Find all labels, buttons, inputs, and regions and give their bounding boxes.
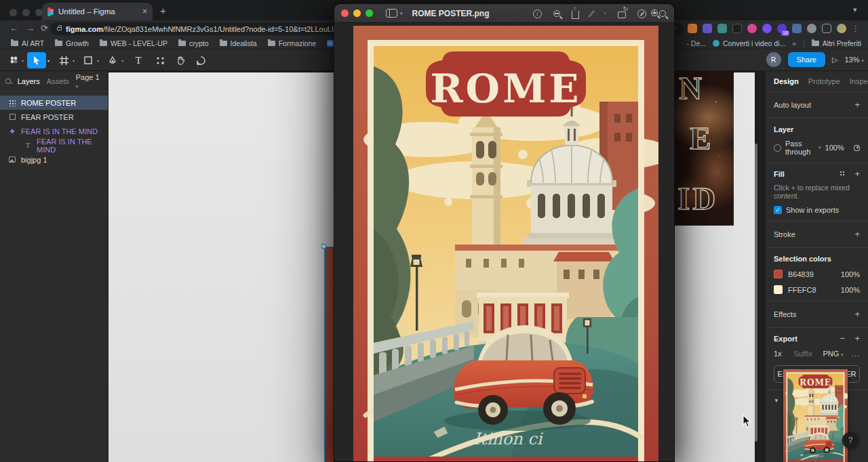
add-stroke-icon[interactable]: +: [854, 229, 860, 239]
user-avatar[interactable]: R: [766, 52, 781, 67]
canvas-scrollbar[interactable]: [755, 144, 757, 442]
preview-window[interactable]: ▾ ROME POSTER.png i ▾: [334, 3, 675, 462]
export-scale[interactable]: 1x: [774, 350, 782, 358]
bookmark-item[interactable]: Converti i video di...: [713, 39, 785, 47]
minimize-window-icon[interactable]: [22, 9, 30, 16]
bookmark-item[interactable]: - De...: [686, 39, 706, 47]
add-fill-icon[interactable]: +: [854, 169, 860, 179]
visibility-eye-icon[interactable]: [854, 145, 860, 151]
forward-icon[interactable]: →: [26, 23, 35, 33]
info-icon[interactable]: i: [533, 9, 542, 18]
remove-export-icon[interactable]: −: [840, 333, 845, 343]
minimize-window-icon[interactable]: [353, 9, 361, 17]
resources-tool-icon[interactable]: [151, 52, 170, 68]
selection-color-row[interactable]: B64839 100%: [774, 270, 860, 278]
new-tab-button[interactable]: +: [160, 5, 166, 16]
add-effect-icon[interactable]: +: [854, 309, 860, 319]
move-tool-icon[interactable]: [27, 52, 46, 68]
extension-icon[interactable]: [703, 24, 712, 33]
comment-tool-icon[interactable]: [191, 52, 210, 68]
extension-icon[interactable]: [792, 24, 802, 33]
bookmark-item[interactable]: AI ART: [11, 39, 44, 47]
tab-inspect[interactable]: Inspect: [850, 77, 868, 85]
add-export-icon[interactable]: +: [854, 333, 860, 343]
browser-menu-icon[interactable]: ⋮: [852, 24, 860, 33]
shape-tool-icon[interactable]: [79, 52, 98, 68]
color-swatch[interactable]: [774, 285, 783, 294]
add-auto-layout-icon[interactable]: +: [854, 100, 860, 110]
side-panel-icon[interactable]: [822, 24, 831, 33]
blend-mode-value[interactable]: Pass through: [785, 140, 814, 156]
tab-prototype[interactable]: Prototype: [808, 77, 840, 85]
tab-design[interactable]: Design: [774, 77, 799, 85]
tab-layers[interactable]: Layers: [18, 77, 40, 85]
back-icon[interactable]: ←: [9, 23, 18, 33]
close-window-icon[interactable]: [341, 9, 349, 17]
extension-icon[interactable]: [688, 24, 697, 33]
tab-assets[interactable]: Assets: [47, 77, 69, 85]
layer-row-fear-poster[interactable]: FEAR POSTER: [0, 110, 108, 124]
zoom-level-dropdown[interactable]: 13% ▾: [844, 56, 864, 64]
styles-grid-icon[interactable]: [840, 171, 845, 176]
highlight-pen-icon[interactable]: [588, 10, 595, 18]
fear-poster-canvas-object[interactable]: N E ID: [675, 71, 734, 226]
rotate-icon[interactable]: [618, 12, 626, 18]
browser-tab[interactable]: Untitled – Figma ×: [42, 3, 153, 20]
zoom-window-icon[interactable]: [366, 9, 373, 17]
puzzle-extensions-icon[interactable]: [807, 24, 816, 33]
highlight-chevron-icon[interactable]: ▾: [604, 11, 606, 16]
reload-icon[interactable]: ⟳: [41, 23, 48, 33]
preview-collapse-icon[interactable]: ▼: [774, 398, 779, 404]
search-icon[interactable]: [5, 79, 11, 84]
hand-tool-icon[interactable]: [171, 52, 190, 68]
extension-icon[interactable]: 18: [777, 24, 787, 33]
preview-titlebar[interactable]: ▾ ROME POSTER.png i ▾: [334, 4, 674, 23]
text-tool-icon[interactable]: T: [129, 52, 148, 68]
zoom-in-icon[interactable]: [651, 9, 658, 16]
share-button[interactable]: Share: [788, 52, 825, 67]
export-options-icon[interactable]: ...: [852, 350, 860, 358]
show-in-exports-checkbox[interactable]: ✓: [774, 206, 782, 214]
pen-tool-icon[interactable]: [103, 52, 122, 68]
tab-close-icon[interactable]: ×: [142, 7, 147, 16]
extension-icon[interactable]: [732, 24, 742, 33]
bookmark-item[interactable]: Formazione: [268, 39, 316, 47]
layer-row-component[interactable]: ❖ FEAR IS IN THE MIND: [0, 124, 108, 138]
layer-row-rome-poster[interactable]: ROME POSTER: [0, 96, 108, 110]
bookmark-item[interactable]: crypto: [178, 39, 209, 47]
layer-opacity[interactable]: 100%: [825, 144, 844, 152]
selection-color-row[interactable]: FFEFC8 100%: [774, 285, 860, 294]
bookmark-item[interactable]: WEB - LEVEL-UP: [100, 39, 167, 47]
layer-row-text[interactable]: T FEAR IS IN THE MIND: [0, 138, 108, 152]
extension-icon[interactable]: [747, 24, 757, 33]
sidebar-toggle-icon[interactable]: [386, 9, 397, 18]
layer-row-bigjpg[interactable]: bigjpg 1: [0, 152, 108, 167]
tab-search-chevron-icon[interactable]: ▾: [853, 5, 857, 14]
rome-poster-canvas-edge[interactable]: [324, 247, 334, 462]
bookmark-item[interactable]: Altri Preferiti: [812, 39, 861, 47]
zoom-out-icon[interactable]: [553, 10, 560, 17]
markup-icon[interactable]: [637, 9, 646, 18]
frame-tool-icon[interactable]: [54, 52, 73, 68]
export-format-dropdown[interactable]: PNG ▾: [823, 350, 843, 358]
export-suffix-placeholder[interactable]: Suffix: [794, 350, 812, 358]
figma-main-menu-icon[interactable]: [4, 52, 23, 68]
present-icon[interactable]: ▷: [832, 56, 837, 64]
bookmark-item[interactable]: Growth: [55, 39, 89, 47]
close-window-icon[interactable]: [9, 9, 17, 16]
component-icon: ❖: [8, 127, 16, 135]
color-swatch[interactable]: [774, 270, 783, 278]
page-selector[interactable]: Page 1 ▾: [76, 73, 102, 89]
share-icon[interactable]: [572, 11, 579, 19]
selection-handle[interactable]: [321, 244, 326, 249]
search-icon[interactable]: [659, 10, 666, 17]
extension-icon[interactable]: [762, 24, 772, 33]
bookmarks-overflow-chevron[interactable]: »: [792, 39, 796, 47]
bookmark-item[interactable]: Idealista: [220, 39, 257, 47]
extension-icon[interactable]: [717, 24, 727, 33]
sidebar-chevron-icon[interactable]: ▾: [400, 11, 403, 16]
blend-mode-icon[interactable]: [774, 144, 781, 152]
profile-avatar[interactable]: [837, 24, 846, 33]
help-button[interactable]: ?: [842, 432, 859, 448]
show-in-exports-label: Show in exports: [786, 206, 839, 214]
